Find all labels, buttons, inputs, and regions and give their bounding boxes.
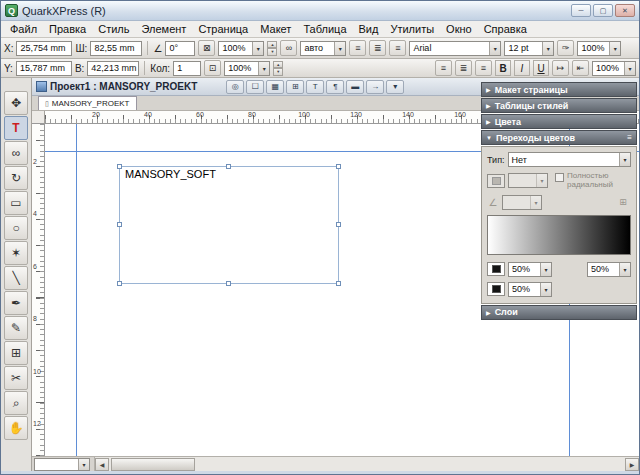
ruler-corner[interactable]	[32, 111, 45, 124]
chevron-down-icon[interactable]: ▾	[258, 62, 269, 75]
palette-header-blends[interactable]: ▼ Переходы цветов ≡	[481, 130, 637, 145]
vertical-ruler[interactable]: 2 4 6 8 10 12	[32, 124, 45, 456]
selection-handle[interactable]	[336, 164, 341, 169]
close-button[interactable]: ✕	[615, 4, 635, 17]
chevron-down-icon[interactable]: ▾	[489, 42, 500, 55]
blend-color1-combo[interactable]: ▾	[508, 173, 548, 188]
tool-button-zoom[interactable]: ⌕	[4, 391, 28, 415]
tool-button-oval-box[interactable]: ○	[4, 216, 28, 240]
chevron-down-icon[interactable]: ▾	[386, 80, 404, 94]
grid-icon[interactable]: ▦	[266, 80, 284, 94]
chevron-down-icon[interactable]: ▾	[624, 62, 635, 75]
menu-utilities[interactable]: Утилиты	[384, 22, 440, 36]
y-coordinate-field[interactable]: 15,787 mm	[16, 61, 72, 76]
block-icon[interactable]: ▬	[346, 80, 364, 94]
text-box-content[interactable]: MANSORY_SOFT	[125, 168, 216, 180]
stop1-shade-combo[interactable]: 50% ▾	[508, 262, 552, 277]
tool-button-line[interactable]: ╲	[4, 266, 28, 290]
minimize-button[interactable]: ─	[571, 4, 591, 17]
pen-icon[interactable]: ✑	[557, 40, 574, 56]
menu-file[interactable]: Файл	[4, 22, 43, 36]
lines-icon-2[interactable]: ≡	[389, 40, 406, 56]
spinner-down-icon[interactable]: ▼	[267, 48, 277, 56]
scroll-right-icon[interactable]: ▶	[625, 458, 639, 471]
blend-type-combo[interactable]: Нет ▾	[508, 152, 631, 167]
x-coordinate-field[interactable]: 25,754 mm	[16, 41, 72, 56]
chevron-down-icon[interactable]: ▾	[609, 42, 620, 55]
chevron-down-icon[interactable]: ▾	[334, 42, 345, 55]
full-radial-checkbox[interactable]	[555, 173, 564, 182]
page-icon[interactable]: ☐	[246, 80, 264, 94]
palette-header-layers[interactable]: ▶ Слои	[481, 305, 637, 320]
palette-header-colors[interactable]: ▶ Цвета	[481, 114, 637, 129]
scroll-left-icon[interactable]: ◀	[95, 458, 109, 471]
tool-button-bezier-pen[interactable]: ✒	[4, 291, 28, 315]
selection-handle[interactable]	[117, 222, 122, 227]
stop2-shade-combo[interactable]: 50% ▾	[587, 262, 631, 277]
font-size-combo[interactable]: 12 pt ▾	[504, 41, 554, 56]
italic-button[interactable]: I	[514, 60, 530, 76]
scale-y-spinner[interactable]: ▲ ▼	[273, 61, 283, 76]
spinner-down-icon[interactable]: ▼	[273, 68, 283, 76]
columns-field[interactable]: 1	[173, 61, 201, 76]
selected-text-box[interactable]: MANSORY_SOFT	[119, 166, 339, 284]
pilcrow-icon[interactable]: ¶	[326, 80, 344, 94]
palette-header-page-layout[interactable]: ▶ Макет страницы	[481, 82, 637, 97]
scrollbar-track[interactable]	[109, 458, 625, 471]
selection-handle[interactable]	[336, 281, 341, 286]
menu-style[interactable]: Стиль	[92, 22, 135, 36]
chevron-down-icon[interactable]: ▾	[619, 263, 630, 276]
selection-handle[interactable]	[226, 281, 231, 286]
menu-window[interactable]: Окно	[440, 22, 478, 36]
tool-button-table[interactable]: ⊞	[4, 341, 28, 365]
align-left-icon[interactable]: ≡	[435, 60, 452, 76]
horizontal-scrollbar[interactable]: ◀ ▶	[94, 457, 639, 472]
chevron-down-icon[interactable]: ▾	[542, 42, 553, 55]
selection-handle[interactable]	[336, 222, 341, 227]
tool-button-linking[interactable]: ∞	[4, 141, 28, 165]
chain-icon[interactable]: ∞	[280, 40, 297, 56]
blend-angle-combo[interactable]: ▾	[502, 195, 542, 210]
flip-box-icon[interactable]: ⊠	[198, 40, 215, 56]
selection-handle[interactable]	[117, 164, 122, 169]
box-icon[interactable]: ⊡	[204, 60, 221, 76]
page-tab[interactable]: ▯ MANSORY_PROEKT	[38, 96, 137, 110]
table-icon[interactable]: ⊞	[286, 80, 304, 94]
rotation-angle-field[interactable]: 0°	[165, 41, 195, 56]
tool-button-rectangle-box[interactable]: ▭	[4, 191, 28, 215]
menu-table[interactable]: Таблица	[297, 22, 352, 36]
align-right-icon[interactable]: ≡	[475, 60, 492, 76]
menu-edit[interactable]: Правка	[43, 22, 92, 36]
tool-button-pan[interactable]: ✋	[4, 416, 28, 440]
height-field[interactable]: 42,213 mm	[87, 61, 139, 76]
width-field[interactable]: 82,55 mm	[90, 41, 142, 56]
stop1-color-swatch[interactable]	[487, 262, 505, 276]
lines-dense-icon[interactable]: ≣	[369, 40, 386, 56]
tool-button-scissors[interactable]: ✂	[4, 366, 28, 390]
indent-icon[interactable]: ↦	[552, 60, 569, 76]
left-margin-guide[interactable]	[76, 124, 77, 456]
auto-leading-combo[interactable]: авто ▾	[300, 41, 346, 56]
lines-icon[interactable]: ≡	[349, 40, 366, 56]
palette-menu-icon[interactable]: ≡	[627, 133, 632, 142]
align-center-icon[interactable]: ≣	[455, 60, 472, 76]
menu-page[interactable]: Страница	[192, 22, 254, 36]
selection-handle[interactable]	[117, 281, 122, 286]
tool-button-text-content[interactable]: T	[4, 116, 28, 140]
tool-button-item[interactable]: ✥	[4, 91, 28, 115]
stop2-color-swatch[interactable]	[487, 282, 505, 296]
menu-view[interactable]: Вид	[353, 22, 385, 36]
scale-y-combo[interactable]: 100% ▾	[224, 61, 270, 76]
scale-spinner[interactable]: ▲ ▼	[267, 41, 277, 56]
menu-item[interactable]: Элемент	[136, 22, 193, 36]
tool-button-starburst[interactable]: ✶	[4, 241, 28, 265]
chevron-down-icon[interactable]: ▾	[536, 174, 547, 187]
stop3-shade-combo[interactable]: 50% ▾	[508, 282, 552, 297]
spinner-up-icon[interactable]: ▲	[267, 41, 277, 49]
chevron-down-icon[interactable]: ▾	[540, 263, 551, 276]
view-scale-combo[interactable]: 100% ▾	[592, 61, 636, 76]
tool-button-rotate[interactable]: ↻	[4, 166, 28, 190]
palette-header-style-sheets[interactable]: ▶ Таблицы стилей	[481, 98, 637, 113]
font-scale-combo[interactable]: 100% ▾	[577, 41, 621, 56]
arrow-icon[interactable]: →	[366, 80, 384, 94]
